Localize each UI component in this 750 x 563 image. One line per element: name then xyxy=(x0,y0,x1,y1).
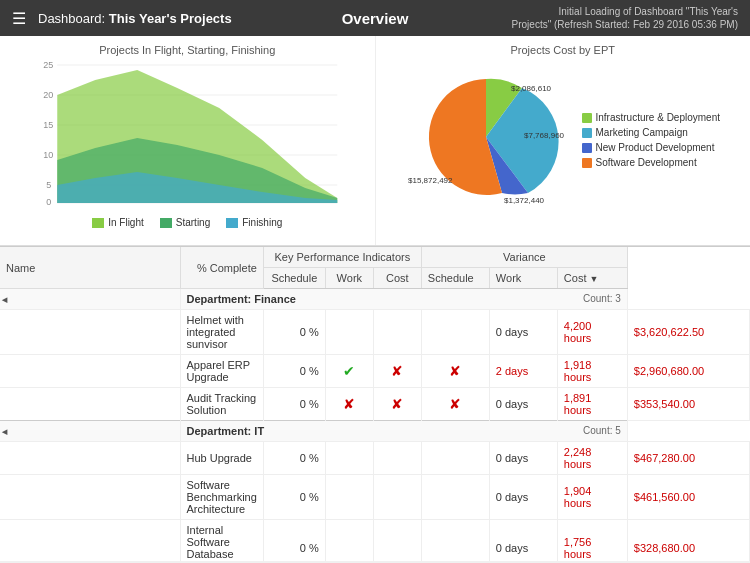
svg-text:May: May xyxy=(285,207,303,208)
refresh-info: Initial Loading of Dashboard "This Year'… xyxy=(512,5,738,31)
row-indent xyxy=(0,355,180,388)
legend-marketing: Marketing Campaign xyxy=(582,127,721,138)
var-work: 1,904 hours xyxy=(557,475,627,520)
dept-name: Department: FinanceCount: 3 xyxy=(180,289,627,310)
pie-chart-svg: $2,086,610 $7,768,960 $1,372,440 $15,872… xyxy=(406,63,566,211)
charts-row: Projects In Flight, Starting, Finishing … xyxy=(0,36,750,246)
kpi-cross-icon: ✘ xyxy=(391,396,403,412)
var-work: 4,200 hours xyxy=(557,310,627,355)
table-row[interactable]: Internal Software Database Audit0 %0 day… xyxy=(0,520,750,562)
kpi-cross-icon: ✘ xyxy=(343,396,355,412)
overview-title: Overview xyxy=(342,10,409,27)
var-work: 1,891 hours xyxy=(557,388,627,421)
project-pct: 0 % xyxy=(263,520,325,562)
dashboard-label: Dashboard: This Year's Projects xyxy=(38,11,232,26)
app-header: ☰ Dashboard: This Year's Projects Overvi… xyxy=(0,0,750,36)
col-header-var-schedule[interactable]: Schedule xyxy=(421,268,489,289)
pie-legend: Infrastructure & Deployment Marketing Ca… xyxy=(582,112,721,168)
projects-table-container: Name % Complete Key Performance Indicato… xyxy=(0,246,750,561)
kpi-cell-kpi_s xyxy=(325,310,373,355)
svg-text:Jun: Jun xyxy=(317,207,332,208)
kpi-cell-kpi_s xyxy=(325,475,373,520)
svg-text:$7,768,960: $7,768,960 xyxy=(524,131,565,140)
col-header-name: Name xyxy=(0,247,180,289)
kpi-cell-kpi_w xyxy=(373,475,421,520)
svg-text:$2,086,610: $2,086,610 xyxy=(511,84,552,93)
var-work: 2,248 hours xyxy=(557,442,627,475)
var-schedule: 0 days xyxy=(489,388,557,421)
legend-finishing: Finishing xyxy=(226,217,282,228)
kpi-cell-kpi_c xyxy=(421,520,489,562)
collapse-arrow[interactable]: ◂ xyxy=(2,294,7,305)
var-schedule: 0 days xyxy=(489,442,557,475)
table-row[interactable]: Apparel ERP Upgrade0 %✔✘✘2 days1,918 hou… xyxy=(0,355,750,388)
svg-text:5: 5 xyxy=(46,180,51,190)
kpi-cell-kpi_w xyxy=(373,520,421,562)
dept-row[interactable]: ◂Department: FinanceCount: 3 xyxy=(0,289,750,310)
table-row[interactable]: Hub Upgrade0 %0 days2,248 hours$467,280.… xyxy=(0,442,750,475)
project-name: Apparel ERP Upgrade xyxy=(180,355,263,388)
kpi-check-icon: ✔ xyxy=(343,363,355,379)
col-header-kpi-work[interactable]: Work xyxy=(325,268,373,289)
line-chart-area: 25 20 15 10 5 0 Nov xyxy=(12,60,363,215)
svg-text:Nov: Nov xyxy=(54,207,71,208)
kpi-cell-kpi_w: ✘ xyxy=(373,388,421,421)
col-header-kpi-schedule[interactable]: Schedule xyxy=(263,268,325,289)
row-indent xyxy=(0,442,180,475)
var-schedule: 0 days xyxy=(489,520,557,562)
project-pct: 0 % xyxy=(263,475,325,520)
project-name: Helmet with integrated sunvisor xyxy=(180,310,263,355)
line-chart-title: Projects In Flight, Starting, Finishing xyxy=(12,44,363,56)
var-cost: $461,560.00 xyxy=(627,475,749,520)
marketing-dot xyxy=(582,128,592,138)
col-header-var-group: Variance xyxy=(421,247,627,268)
kpi-cross-icon: ✘ xyxy=(449,396,461,412)
legend-new-product: New Product Development xyxy=(582,142,721,153)
sort-arrow-cost: ▼ xyxy=(590,274,599,284)
table-header-group-row: Name % Complete Key Performance Indicato… xyxy=(0,247,750,268)
inflight-color xyxy=(92,218,104,228)
table-row[interactable]: Software Benchmarking Architecture0 %0 d… xyxy=(0,475,750,520)
pie-svg-wrapper: $2,086,610 $7,768,960 $1,372,440 $15,872… xyxy=(406,63,566,218)
software-dev-dot xyxy=(582,158,592,168)
line-chart-panel: Projects In Flight, Starting, Finishing … xyxy=(0,36,376,245)
line-chart-svg: 25 20 15 10 5 0 Nov xyxy=(12,60,363,208)
var-cost: $2,960,680.00 xyxy=(627,355,749,388)
kpi-cell-kpi_w xyxy=(373,310,421,355)
project-pct: 0 % xyxy=(263,442,325,475)
table-body: ◂Department: FinanceCount: 3Helmet with … xyxy=(0,289,750,562)
col-header-kpi-cost[interactable]: Cost xyxy=(373,268,421,289)
dept-row[interactable]: ◂Department: ITCount: 5 xyxy=(0,421,750,442)
finishing-color xyxy=(226,218,238,228)
collapse-arrow[interactable]: ◂ xyxy=(2,426,7,437)
var-cost: $467,280.00 xyxy=(627,442,749,475)
col-header-var-work[interactable]: Work xyxy=(489,268,557,289)
projects-table: Name % Complete Key Performance Indicato… xyxy=(0,247,750,561)
legend-software-dev: Software Development xyxy=(582,157,721,168)
svg-text:Mar: Mar xyxy=(207,207,223,208)
svg-text:0: 0 xyxy=(46,197,51,207)
legend-infra: Infrastructure & Deployment xyxy=(582,112,721,123)
project-name: Audit Tracking Solution xyxy=(180,388,263,421)
var-cost: $328,680.00 xyxy=(627,520,749,562)
row-indent xyxy=(0,520,180,562)
project-name: Internal Software Database Audit xyxy=(180,520,263,562)
col-header-var-cost[interactable]: Cost ▼ xyxy=(557,268,627,289)
starting-color xyxy=(160,218,172,228)
kpi-cell-kpi_c: ✘ xyxy=(421,355,489,388)
svg-text:10: 10 xyxy=(43,150,53,160)
kpi-cell-kpi_c: ✘ xyxy=(421,388,489,421)
svg-text:Apr: Apr xyxy=(247,207,261,208)
legend-inflight: In Flight xyxy=(92,217,144,228)
pie-chart-title: Projects Cost by EPT xyxy=(388,44,739,56)
svg-text:Feb: Feb xyxy=(167,207,183,208)
pie-chart-area: $2,086,610 $7,768,960 $1,372,440 $15,872… xyxy=(388,60,739,220)
table-row[interactable]: Audit Tracking Solution0 %✘✘✘0 days1,891… xyxy=(0,388,750,421)
table-row[interactable]: Helmet with integrated sunvisor0 %0 days… xyxy=(0,310,750,355)
project-pct: 0 % xyxy=(263,388,325,421)
svg-text:$1,372,440: $1,372,440 xyxy=(504,196,545,205)
row-indent xyxy=(0,475,180,520)
kpi-cell-kpi_s: ✘ xyxy=(325,388,373,421)
line-chart-legend: In Flight Starting Finishing xyxy=(12,217,363,228)
menu-icon[interactable]: ☰ xyxy=(12,9,26,28)
